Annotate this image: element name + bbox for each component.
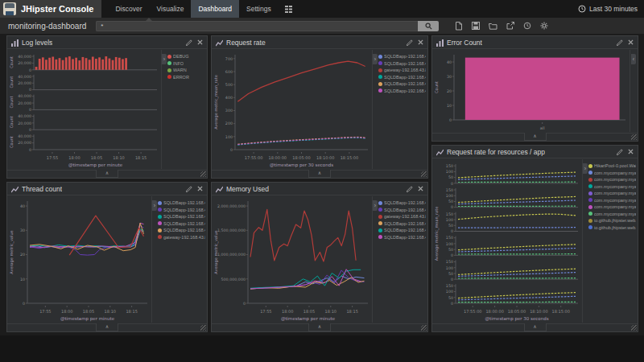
apps-menu-icon[interactable] xyxy=(279,0,299,18)
remove-panel-icon[interactable] xyxy=(197,39,203,45)
legend-item[interactable]: com.mycompany.myap... xyxy=(588,184,636,189)
edit-panel-icon[interactable] xyxy=(617,39,623,46)
collapse-panel-button[interactable]: ∧ xyxy=(308,323,331,331)
search-button[interactable] xyxy=(418,21,439,31)
legend-item[interactable]: SQLDBapp-192.168.4... xyxy=(378,81,426,86)
legend-toggle-icon[interactable]: › xyxy=(373,54,378,64)
legend-toggle-icon[interactable]: › xyxy=(373,200,378,211)
legend-item[interactable]: SQLDBapp-192.168.4... xyxy=(378,75,426,80)
svg-text:Average metric_mean_rate: Average metric_mean_rate xyxy=(213,75,219,130)
legend-item[interactable]: INFO xyxy=(167,61,205,66)
legend-item[interactable]: SQLDBapp-192.168.4... xyxy=(158,200,205,205)
remove-panel-icon[interactable] xyxy=(628,149,634,154)
svg-text:150: 150 xyxy=(446,188,453,192)
legend-color-dot xyxy=(588,225,592,229)
legend-item[interactable]: SQLDBapp-192.168.4... xyxy=(378,228,426,232)
edit-panel-icon[interactable] xyxy=(617,149,623,155)
edit-panel-icon[interactable] xyxy=(186,39,192,46)
legend-item[interactable]: HikariPool-0.pool.Wait xyxy=(588,163,636,168)
svg-text:2,000,000,000: 2,000,000,000 xyxy=(217,204,246,208)
time-picker[interactable]: Last 30 minutes xyxy=(578,0,644,18)
svg-text:0: 0 xyxy=(451,253,453,257)
refresh-interval-icon[interactable] xyxy=(523,22,531,30)
legend-item[interactable]: io.github.jhipster.web.r... xyxy=(588,218,636,223)
resize-handle[interactable] xyxy=(421,325,427,331)
legend-item[interactable]: gateway-192.168.43.8... xyxy=(378,214,426,219)
svg-text:0: 0 xyxy=(451,205,453,209)
svg-text:Average metric_mean_rate: Average metric_mean_rate xyxy=(434,207,440,261)
svg-text:18:15: 18:15 xyxy=(135,155,147,160)
legend-toggle-icon[interactable]: › xyxy=(152,200,157,211)
legend-item[interactable]: SQLDBapp-192.168.4... xyxy=(378,221,426,226)
collapse-panel-button[interactable]: ∧ xyxy=(96,170,118,178)
legend-item[interactable]: SQLDBapp-192.168.4... xyxy=(158,228,205,232)
panel-header[interactable]: Request rate xyxy=(212,36,427,49)
settings-gear-icon[interactable] xyxy=(540,22,548,30)
legend-item[interactable]: SQLDBapp-192.168.4... xyxy=(378,61,426,66)
legend-item[interactable]: SQLDBapp-192.168.4... xyxy=(378,54,426,59)
legend-item[interactable]: com.mycompany.myap... xyxy=(588,198,636,203)
legend-toggle-icon[interactable]: ‹ xyxy=(631,54,636,64)
load-dashboard-icon[interactable] xyxy=(489,23,497,30)
legend-item[interactable]: com.mycompany.myap... xyxy=(588,212,636,216)
resize-handle[interactable] xyxy=(200,171,206,177)
legend-item[interactable]: WARN xyxy=(167,68,205,72)
panel-title: Request rate xyxy=(226,39,266,47)
remove-panel-icon[interactable] xyxy=(197,186,203,191)
svg-text:100: 100 xyxy=(446,290,453,294)
legend-item[interactable]: ERROR xyxy=(167,75,205,80)
legend-item[interactable]: gateway-192.168.43.8... xyxy=(158,235,205,240)
svg-text:17:55: 17:55 xyxy=(39,309,51,314)
legend-item[interactable]: SQLDBapp-192.168.4... xyxy=(378,208,426,212)
remove-panel-icon[interactable] xyxy=(628,39,634,45)
legend-toggle-icon[interactable]: › xyxy=(583,163,588,174)
legend-item[interactable]: io.github.jhipster.web.r... xyxy=(588,225,636,230)
edit-panel-icon[interactable] xyxy=(186,186,192,192)
svg-text:20: 20 xyxy=(447,89,452,93)
legend-item[interactable]: DEBUG xyxy=(167,54,205,59)
remove-panel-icon[interactable] xyxy=(418,39,423,45)
nav-item-discover[interactable]: Discover xyxy=(108,0,149,18)
nav-item-visualize[interactable]: Visualize xyxy=(150,0,192,18)
legend-item[interactable]: SQLDBapp-192.168.4... xyxy=(378,88,426,93)
panel-header[interactable]: Error Count xyxy=(432,36,638,49)
legend-item[interactable]: gateway-192.168.43.8... xyxy=(378,68,426,72)
collapse-panel-button[interactable]: ∧ xyxy=(524,133,547,141)
save-dashboard-icon[interactable] xyxy=(472,22,480,30)
legend-item[interactable]: SQLDBapp-192.168.4... xyxy=(158,221,205,226)
resize-handle[interactable] xyxy=(631,325,637,331)
new-dashboard-icon[interactable] xyxy=(455,22,463,31)
svg-text:50: 50 xyxy=(448,272,453,276)
panel-header[interactable]: Thread count xyxy=(7,183,207,195)
edit-panel-icon[interactable] xyxy=(407,39,413,46)
legend-item[interactable]: SQLDBapp-192.168.4... xyxy=(378,200,426,205)
nav-item-settings[interactable]: Settings xyxy=(239,0,279,18)
legend-toggle-icon[interactable]: › xyxy=(162,54,167,64)
panel-header[interactable]: Memory Used xyxy=(212,183,427,195)
collapse-panel-button[interactable]: ∧ xyxy=(524,323,547,331)
resize-handle[interactable] xyxy=(631,134,637,140)
resize-handle[interactable] xyxy=(200,325,206,331)
legend-item[interactable]: com.mycompany.myap... xyxy=(588,171,636,175)
brand[interactable]: JHipster Console xyxy=(0,0,101,18)
panel-header[interactable]: Request rate for resources / app xyxy=(432,146,638,158)
collapse-panel-button[interactable]: ∧ xyxy=(308,170,331,178)
bar-chart-icon xyxy=(11,35,19,50)
legend-item[interactable]: SQLDBapp-192.168.4... xyxy=(378,235,426,240)
legend-item[interactable]: com.mycompany.myap... xyxy=(588,204,636,209)
remove-panel-icon[interactable] xyxy=(418,186,423,191)
legend-item[interactable]: com.mycompany.myap... xyxy=(588,177,636,182)
resize-handle[interactable] xyxy=(421,171,427,177)
svg-text:0: 0 xyxy=(243,302,246,306)
legend-item[interactable]: com.mycompany.myap... xyxy=(588,191,636,195)
time-range-label: Last 30 minutes xyxy=(589,5,638,13)
share-dashboard-icon[interactable] xyxy=(506,22,514,30)
panel-header[interactable]: Log levels xyxy=(7,36,207,49)
edit-panel-icon[interactable] xyxy=(407,186,413,192)
legend-item[interactable]: SQLDBapp-192.168.4... xyxy=(158,214,205,219)
svg-text:0: 0 xyxy=(29,88,31,92)
search-input[interactable] xyxy=(96,21,418,31)
legend-item[interactable]: SQLDBapp-192.168.4... xyxy=(158,208,205,212)
collapse-panel-button[interactable]: ∧ xyxy=(96,323,118,331)
nav-item-dashboard[interactable]: Dashboard xyxy=(191,0,239,18)
